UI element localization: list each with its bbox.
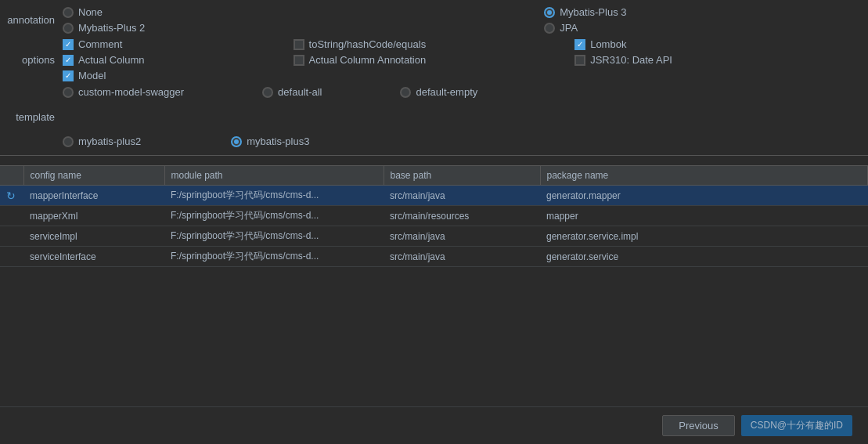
- annotation-mybatis2-label: Mybatis-Plus 2: [78, 22, 145, 34]
- template-mybatis-plus3-radio[interactable]: [231, 136, 242, 147]
- annotation-mybatis3-label: Mybatis-Plus 3: [560, 6, 626, 18]
- row-config-name: serviceInterface: [23, 247, 164, 267]
- option-lombok-check[interactable]: [574, 39, 585, 50]
- table-row[interactable]: mapperXmlF:/springboot学习代码/cms/cms-d...s…: [0, 206, 868, 226]
- option-lombok-label: Lombok: [590, 38, 626, 50]
- options-col-3: Lombok JSR310: Date API: [574, 38, 672, 81]
- option-actual-column[interactable]: Actual Column: [63, 54, 145, 66]
- option-tostring[interactable]: toString/hashCode/equals: [294, 38, 427, 50]
- template-row-2: mybatis-plus2 mybatis-plus3: [63, 135, 477, 147]
- row-module-path: F:/springboot学习代码/cms/cms-d...: [164, 206, 384, 226]
- annotation-options: None Mybatis-Plus 2 Mybatis-Plus 3: [63, 6, 627, 34]
- template-options: custom-model-swagger default-all default…: [63, 86, 477, 147]
- template-custom-model-swagger[interactable]: custom-model-swagger: [63, 86, 184, 98]
- template-custom-model-swagger-radio[interactable]: [63, 87, 74, 98]
- table-row[interactable]: serviceImplF:/springboot学习代码/cms/cms-d..…: [0, 226, 868, 247]
- template-custom-model-swagger-label: custom-model-swagger: [78, 86, 184, 98]
- table-row[interactable]: serviceInterfaceF:/springboot学习代码/cms/cm…: [0, 247, 868, 267]
- template-default-empty-label: default-empty: [416, 86, 477, 98]
- template-default-empty[interactable]: default-empty: [400, 86, 477, 98]
- row-base-path: src/main/java: [384, 247, 540, 267]
- row-icon: ↻: [0, 186, 23, 206]
- option-model[interactable]: Model: [63, 70, 145, 81]
- row-package-name: generator.mapper: [540, 186, 868, 206]
- annotation-mybatis3-radio[interactable]: [544, 7, 555, 18]
- row-config-name: mapperXml: [23, 206, 164, 226]
- section-divider: [0, 155, 868, 156]
- row-module-path: F:/springboot学习代码/cms/cms-d...: [164, 226, 384, 247]
- template-row: template custom-model-swagger default-al…: [0, 86, 868, 147]
- options-row: options Comment Actual Column Model: [0, 38, 868, 81]
- option-model-label: Model: [78, 70, 106, 81]
- option-comment-label: Comment: [78, 38, 122, 50]
- options-label: options: [0, 54, 63, 66]
- option-jsr310-label: JSR310: Date API: [590, 54, 672, 66]
- previous-button[interactable]: Previous: [662, 415, 735, 436]
- template-label: template: [0, 111, 63, 123]
- annotation-row: annotation None Mybatis-Plus 2: [0, 6, 868, 34]
- annotation-col-2: Mybatis-Plus 3 JPA: [544, 6, 626, 34]
- template-default-all[interactable]: default-all: [262, 86, 322, 98]
- bottom-bar: Previous CSDN@十分有趣的ID: [0, 406, 868, 444]
- th-module: module path: [164, 166, 384, 186]
- row-icon: [0, 247, 23, 267]
- annotation-label: annotation: [0, 14, 63, 26]
- annotation-jpa[interactable]: JPA: [544, 22, 626, 34]
- main-container: annotation None Mybatis-Plus 2: [0, 0, 868, 444]
- table-row[interactable]: ↻mapperInterfaceF:/springboot学习代码/cms/cm…: [0, 186, 868, 206]
- row-base-path: src/main/java: [384, 226, 540, 247]
- row-config-name: serviceImpl: [23, 226, 164, 247]
- config-table-section: config name module path base path packag…: [0, 165, 868, 444]
- option-lombok[interactable]: Lombok: [574, 38, 672, 50]
- option-actual-col-annotation-label: Actual Column Annotation: [309, 54, 427, 66]
- template-mybatis-plus3-label: mybatis-plus3: [247, 135, 309, 147]
- table-header: config name module path base path packag…: [0, 166, 868, 186]
- table-body: ↻mapperInterfaceF:/springboot学习代码/cms/cm…: [0, 186, 868, 267]
- template-mybatis-plus2-radio[interactable]: [63, 136, 74, 147]
- row-icon: [0, 226, 23, 247]
- row-package-name: mapper: [540, 206, 868, 226]
- row-package-name: generator.service.impl: [540, 226, 868, 247]
- option-jsr310-check[interactable]: [574, 55, 585, 66]
- annotation-jpa-radio[interactable]: [544, 23, 555, 34]
- annotation-none-radio[interactable]: [63, 7, 74, 18]
- annotation-mybatis2-radio[interactable]: [63, 23, 74, 34]
- option-actual-col-annotation-check[interactable]: [294, 55, 304, 66]
- th-config: config name: [23, 166, 164, 186]
- option-jsr310[interactable]: JSR310: Date API: [574, 54, 672, 66]
- options-col-1: Comment Actual Column Model: [63, 38, 145, 81]
- template-mybatis-plus2-label: mybatis-plus2: [78, 135, 141, 147]
- watermark-badge: CSDN@十分有趣的ID: [741, 415, 852, 436]
- th-base: base path: [384, 166, 540, 186]
- config-table: config name module path base path packag…: [0, 165, 868, 267]
- row-module-path: F:/springboot学习代码/cms/cms-d...: [164, 247, 384, 267]
- row-config-name: mapperInterface: [23, 186, 164, 206]
- annotation-col-1: None Mybatis-Plus 2: [63, 6, 145, 34]
- row-base-path: src/main/java: [384, 186, 540, 206]
- options-grid: Comment Actual Column Model toSt: [63, 38, 672, 81]
- template-default-empty-radio[interactable]: [400, 87, 411, 98]
- template-row-1: custom-model-swagger default-all default…: [63, 86, 477, 98]
- row-base-path: src/main/resources: [384, 206, 540, 226]
- option-tostring-label: toString/hashCode/equals: [309, 38, 427, 50]
- row-package-name: generator.service: [540, 247, 868, 267]
- annotation-mybatis3[interactable]: Mybatis-Plus 3: [544, 6, 626, 18]
- th-package: package name: [540, 166, 868, 186]
- option-model-check[interactable]: [63, 70, 74, 81]
- template-default-all-radio[interactable]: [262, 87, 273, 98]
- th-icon: [0, 166, 23, 186]
- template-default-all-label: default-all: [278, 86, 322, 98]
- option-tostring-check[interactable]: [294, 39, 304, 50]
- option-actual-col-annotation[interactable]: Actual Column Annotation: [294, 54, 427, 66]
- template-mybatis-plus2[interactable]: mybatis-plus2: [63, 135, 141, 147]
- row-icon: [0, 206, 23, 226]
- option-comment[interactable]: Comment: [63, 38, 145, 50]
- option-actual-column-check[interactable]: [63, 55, 74, 66]
- template-mybatis-plus3[interactable]: mybatis-plus3: [231, 135, 309, 147]
- annotation-none[interactable]: None: [63, 6, 145, 18]
- options-col-2: toString/hashCode/equals Actual Column A…: [294, 38, 427, 81]
- option-actual-column-label: Actual Column: [78, 54, 145, 66]
- annotation-jpa-label: JPA: [560, 22, 578, 34]
- option-comment-check[interactable]: [63, 39, 74, 50]
- annotation-mybatis2[interactable]: Mybatis-Plus 2: [63, 22, 145, 34]
